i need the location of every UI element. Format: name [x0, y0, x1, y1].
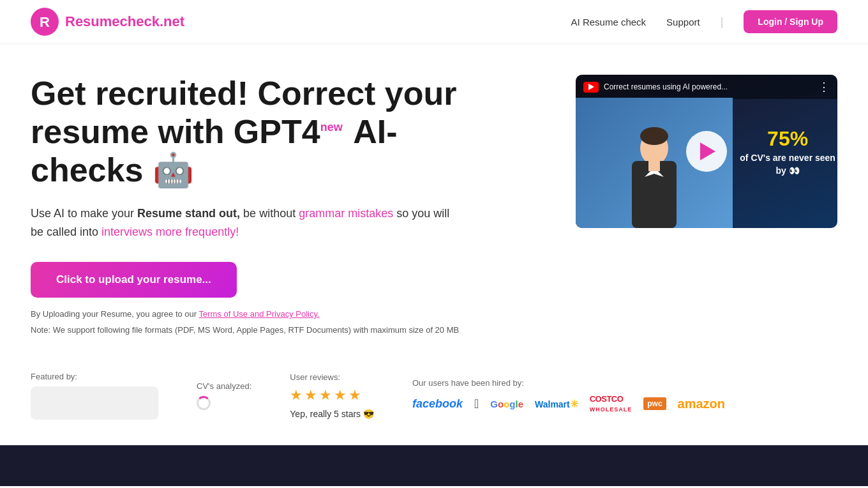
- google-logo: Google: [490, 399, 523, 409]
- nav-divider: |: [721, 15, 724, 29]
- main-heading: Get recruited! Correct your resume with …: [31, 75, 465, 189]
- svg-text:R: R: [40, 14, 50, 30]
- facebook-logo: facebook: [412, 397, 463, 411]
- hired-by: Our users have been hired by: facebook …: [412, 378, 837, 413]
- hero-subtext: Use AI to make your Resume stand out, be…: [31, 204, 465, 241]
- hero-left: Get recruited! Correct your resume with …: [31, 75, 490, 336]
- pwc-logo: pwc: [643, 397, 666, 410]
- logo[interactable]: R Resumecheck.net: [31, 8, 184, 36]
- cvs-label: CV's analyzed:: [197, 381, 251, 391]
- featured-label: Featured by:: [31, 372, 158, 381]
- logo-icon: R: [31, 8, 59, 36]
- star-4: ★: [334, 387, 347, 404]
- footer-bar: [0, 445, 868, 486]
- hired-label: Our users have been hired by:: [412, 378, 837, 388]
- youtube-icon: [583, 82, 599, 93]
- walmart-logo: Walmart✳: [535, 398, 578, 410]
- cv-number: [197, 396, 251, 410]
- terms-link[interactable]: Terms of Use and Privacy Policy.: [199, 309, 320, 319]
- star-5: ★: [348, 387, 361, 404]
- costco-logo: COSTCOWHOLESALE: [590, 394, 632, 413]
- upload-button[interactable]: Click to upload your resume...: [31, 262, 237, 298]
- company-logos: facebook  Google Walmart✳ COSTCOWHOLESA…: [412, 394, 837, 413]
- cv-stat-text: 75% of CV's are never seen by 👀: [738, 126, 837, 178]
- bottom-section: Featured by: CV's analyzed: User reviews…: [0, 356, 868, 445]
- review-text: Yep, really 5 stars 😎: [290, 409, 374, 419]
- video-stat-overlay: 75% of CV's are never seen by 👀: [738, 75, 837, 228]
- star-3: ★: [319, 387, 332, 404]
- amazon-logo: amazon: [678, 397, 725, 411]
- featured-by: Featured by:: [31, 372, 158, 420]
- yt-play-triangle: [588, 84, 594, 90]
- apple-logo: : [474, 397, 479, 411]
- video-thumbnail[interactable]: Correct resumes using AI powered... ⋮: [576, 75, 837, 228]
- play-triangle-icon: [700, 142, 715, 160]
- svg-rect-6: [648, 161, 660, 171]
- youtube-logo: Correct resumes using AI powered...: [583, 82, 728, 93]
- nav-support[interactable]: Support: [666, 17, 700, 27]
- terms-text: By Uploading your Resume, you agree to o…: [31, 309, 465, 319]
- video-section: Correct resumes using AI powered... ⋮: [576, 75, 837, 228]
- featured-logo-box: [31, 386, 158, 420]
- person-silhouette: [619, 126, 689, 228]
- new-badge: new: [320, 121, 343, 133]
- star-1: ★: [290, 387, 303, 404]
- cvs-analyzed: CV's analyzed:: [197, 381, 251, 410]
- login-button[interactable]: Login / Sign Up: [744, 10, 837, 33]
- main-nav: AI Resume check Support | Login / Sign U…: [571, 10, 837, 33]
- video-play-button[interactable]: [686, 131, 727, 172]
- video-title: Correct resumes using AI powered...: [604, 82, 728, 91]
- stars-row: ★ ★ ★ ★ ★: [290, 387, 374, 404]
- user-reviews: User reviews: ★ ★ ★ ★ ★ Yep, really 5 st…: [290, 372, 374, 419]
- svg-point-3: [640, 127, 668, 145]
- grammar-link[interactable]: grammar mistakes: [299, 207, 393, 220]
- interviews-link[interactable]: interviews more frequently!: [101, 225, 239, 238]
- nav-ai-resume[interactable]: AI Resume check: [571, 17, 647, 27]
- reviews-label: User reviews:: [290, 372, 374, 382]
- logo-text: Resumecheck.net: [65, 13, 184, 30]
- star-2: ★: [304, 387, 317, 404]
- cv-spinner-icon: [197, 396, 211, 410]
- note-text: Note: We support following file formats …: [31, 324, 465, 337]
